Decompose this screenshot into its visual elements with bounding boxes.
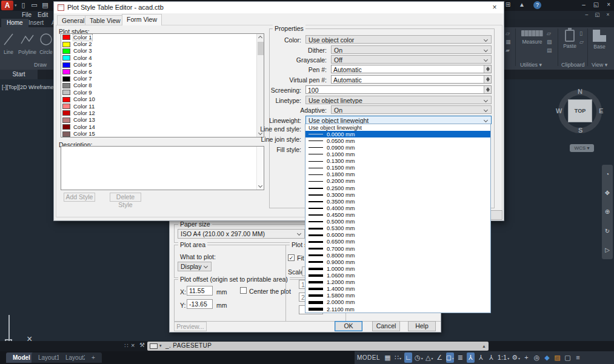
editor-titlebar[interactable]: Plot Style Table Editor - acad.ctb × (54, 2, 504, 13)
start-file-tab[interactable]: Start (0, 70, 38, 79)
chevron-down-icon[interactable]: ▾ (421, 357, 423, 360)
property-spinner[interactable]: Automatic (331, 65, 492, 73)
x-offset-input[interactable]: 11.55 (187, 286, 213, 296)
lineweight-option[interactable]: 0.7000 mm (305, 245, 490, 252)
property-combo[interactable]: On (331, 45, 492, 54)
circle-tool-button[interactable]: Circle (38, 31, 54, 55)
drawing-close-button[interactable]: × (607, 12, 610, 18)
navigation-wheel-icon[interactable]: ◔ (606, 171, 609, 177)
delete-style-button[interactable]: Delete Style (110, 193, 141, 202)
lineweight-option[interactable]: 0.4000 mm (305, 205, 490, 211)
spinner-buttons[interactable] (484, 86, 491, 93)
lineweight-option[interactable]: 0.6000 mm (305, 232, 490, 239)
tab-form-view[interactable]: Form View (122, 14, 162, 25)
property-spinner[interactable]: Automatic (331, 75, 492, 84)
save-icon[interactable]: ▤ (41, 1, 49, 9)
lineweight-option[interactable]: 0.9000 mm (305, 259, 490, 265)
drawing-minimize-button[interactable]: – (586, 12, 589, 18)
polar-tracking-icon[interactable]: ◷▾ (415, 352, 423, 363)
command-close-icon[interactable]: × (131, 342, 135, 349)
paper-size-combo[interactable]: ISO A4 (210.00 x 297.00 MM) (178, 229, 305, 239)
help-button[interactable]: Help (408, 321, 436, 331)
chevron-down-icon[interactable]: ▾ (507, 357, 509, 360)
viewcube-south[interactable]: S (578, 127, 582, 134)
workspace-switching-icon[interactable]: ⚙▾ (512, 352, 520, 363)
preview-button[interactable]: Preview... (174, 322, 207, 331)
minimize-button[interactable]: – (582, 1, 586, 8)
command-drag-grip[interactable]: ∷ (124, 342, 128, 349)
logo-chevron-down-icon[interactable]: ▾ (15, 3, 17, 8)
paste-button[interactable]: Paste (560, 30, 579, 49)
lineweight-option[interactable]: 1.0600 mm (305, 272, 490, 279)
object-snap-tracking-icon[interactable]: ∠ (436, 352, 444, 363)
lineweight-option[interactable]: 0.4500 mm (305, 211, 490, 218)
lineweight-option[interactable]: 0.0000 mm (305, 131, 490, 137)
menu-file[interactable]: File (22, 12, 32, 18)
ortho-mode-icon[interactable]: ∟ (404, 352, 412, 363)
lineweight-option[interactable]: 2.1100 mm (305, 306, 490, 313)
draw-panel-label[interactable]: Draw (34, 62, 47, 68)
wcs-dropdown[interactable]: WCS ▾ (570, 144, 594, 152)
clean-screen-icon[interactable]: ▢ (564, 352, 572, 363)
command-chevron-down-icon[interactable]: ▾ (159, 343, 162, 348)
chevron-down-icon[interactable]: ▾ (431, 357, 433, 360)
clipboard-mini-icon[interactable]: ▱ (579, 39, 584, 45)
lineweight-option[interactable]: 0.1300 mm (305, 158, 490, 165)
lineweight-display-icon[interactable]: ≣ (456, 352, 464, 363)
view-panel-label[interactable]: View ▾ (592, 62, 607, 68)
clipboard-mini-icon[interactable]: ▯ (579, 30, 584, 36)
fit-to-paper-checkbox[interactable]: ✓ (288, 254, 295, 261)
measure-button[interactable]: Measure (518, 30, 546, 45)
lineweight-option[interactable]: 0.0900 mm (305, 144, 490, 151)
restore-button[interactable]: ◱ (593, 1, 599, 8)
property-combo[interactable]: Off (331, 55, 492, 64)
spinner-buttons[interactable] (484, 76, 491, 83)
modify-mini-icon[interactable]: ▰ (506, 47, 511, 53)
command-expand-icon[interactable]: ▲ (482, 344, 486, 348)
orbit-icon[interactable]: ↻ (605, 228, 610, 234)
command-input-bar[interactable]: ▾ _. PAGESETUP ▲ (147, 342, 489, 351)
command-window-icon[interactable] (150, 343, 158, 349)
chevron-down-icon[interactable]: ▾ (452, 357, 454, 360)
viewcube-east[interactable]: E (599, 107, 603, 114)
show-motion-icon[interactable]: ▷ (605, 247, 610, 253)
pan-icon[interactable]: ✥ (605, 190, 610, 196)
lineweight-option[interactable]: 0.1500 mm (305, 165, 490, 171)
customization-icon[interactable]: ≡ (574, 352, 582, 363)
base-button[interactable]: Base (590, 30, 609, 50)
center-plot-checkbox[interactable] (240, 287, 247, 294)
property-combo[interactable]: On (331, 105, 492, 114)
viewcube[interactable]: N W E S TOP (558, 89, 602, 134)
lineweight-option[interactable]: 0.1800 mm (305, 171, 490, 178)
lineweight-dropdown-list[interactable]: Use object lineweight0.0000 mm0.0500 mm0… (305, 124, 491, 313)
chevron-down-icon[interactable]: ▾ (518, 357, 520, 360)
scroll-down-icon[interactable] (258, 184, 262, 188)
help-icon[interactable]: ? (533, 1, 541, 9)
open-file-icon[interactable]: ▭ (30, 1, 38, 9)
zoom-icon[interactable]: ⊕ (605, 208, 610, 215)
new-file-icon[interactable]: ▯ (19, 1, 27, 9)
lineweight-option[interactable]: 0.3500 mm (305, 198, 490, 205)
drawing-restore-button[interactable]: ◱ (595, 12, 599, 18)
ribbon-tab-insert[interactable]: Insert (23, 19, 49, 27)
annotation-autoscale-icon[interactable]: ⅄ (477, 352, 485, 363)
lineweight-option[interactable]: 0.8000 mm (305, 252, 490, 259)
property-combo[interactable]: Use object lineweight (305, 116, 492, 124)
annotation-scale-value[interactable]: 1:1▾ (498, 352, 509, 363)
lineweight-option[interactable]: 0.5300 mm (305, 225, 490, 232)
utilities-mini-icon[interactable]: ▱ (547, 30, 552, 36)
lineweight-option[interactable]: 1.4000 mm (305, 286, 490, 293)
command-wrench-icon[interactable]: ⚒ (139, 342, 145, 348)
object-snap-icon[interactable]: ◻▾ (446, 352, 454, 363)
chevron-down-icon[interactable]: ▾ (399, 357, 401, 360)
lineweight-option[interactable]: 0.1000 mm (305, 151, 490, 157)
app-store-cart-icon[interactable]: ⊞ (506, 1, 510, 9)
close-button[interactable]: × (607, 1, 610, 8)
isometric-drafting-icon[interactable]: △▾ (425, 352, 433, 363)
lineweight-option[interactable]: 1.2000 mm (305, 279, 490, 286)
polyline-tool-button[interactable]: Polyline (17, 31, 38, 55)
dialog-close-button[interactable]: × (489, 3, 500, 12)
trusted-dwg-icon[interactable]: ▨ (553, 352, 561, 363)
y-offset-input[interactable]: -13.65 (187, 299, 213, 309)
isolate-objects-icon[interactable]: ◎ (533, 352, 541, 363)
